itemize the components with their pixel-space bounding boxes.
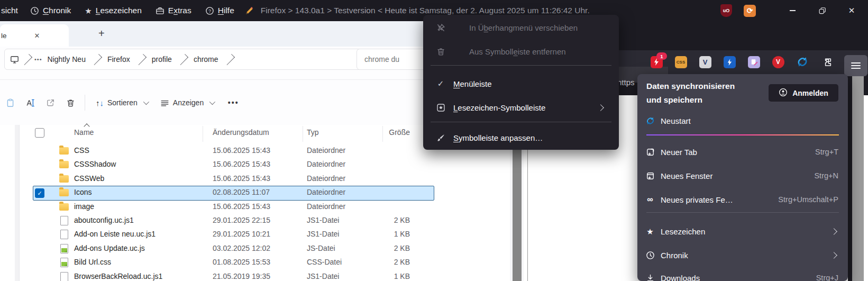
app-menu-item-chronik[interactable]: Chronik [637,246,848,265]
app-menu-item-label: Downloads [661,274,700,281]
table-row[interactable]: ✓Icons02.08.2025 11:07Dateiordner [0,186,527,200]
column-header-name[interactable]: Name [74,128,94,137]
tab-close-icon[interactable]: ✕ [34,32,40,40]
context-menu-item[interactable]: Lesezeichen-Symbolleiste [423,97,619,118]
menubar-item-extras[interactable]: Extras [149,0,198,21]
menubar-item-hilfe[interactable]: ?Hilfe [198,0,241,21]
ublock-shield-icon[interactable]: uO [720,4,732,17]
view-button[interactable]: Anzeigen [154,98,220,107]
menu-hamburger-icon[interactable] [844,55,867,69]
file-type: Dateiordner [307,188,345,196]
sync-arrows-icon[interactable] [796,55,809,69]
table-row[interactable]: Add-on Leiste neu.uc.js129.01.2025 10:21… [0,228,527,241]
sort-button[interactable]: ↑↓Sortieren [89,98,154,107]
file-date: 02.08.2025 11:07 [213,188,270,196]
clock-icon [30,6,39,15]
page-edge-strip [864,95,868,281]
breadcrumb-item[interactable]: profile [149,55,175,64]
star-icon: ★ [644,228,656,235]
app-menu-item-downloads[interactable]: DownloadsStrg+J [637,268,848,281]
breadcrumb-item[interactable]: Nightly Neu [44,55,89,64]
purple-edit-addon-icon[interactable] [747,55,761,69]
rename-button[interactable] [20,94,40,112]
paste-button[interactable] [0,94,20,112]
firefox-app-menu: Daten synchronisieren und speichern Anme… [637,74,848,281]
file-date: 03.02.2025 12:02 [213,244,270,252]
breadcrumb-chevron-icon [135,53,147,65]
red-v-addon-icon[interactable]: V [771,55,785,69]
badge: 1 [656,52,667,60]
red-lightning-addon-icon[interactable]: 1 [650,55,663,69]
table-row[interactable]: BrowserBackReload.uc.js121.05.2019 19:35… [0,270,527,281]
url-text-fragment: https [617,78,635,87]
titlebar-status-text: Firefox > 143.0a1 > Testversion < Heute … [261,6,590,15]
script-file-icon [59,258,69,266]
file-name: CSS [74,146,89,155]
person-icon [779,88,788,98]
context-menu-item-label: In Überhangmenü verschieben [469,23,578,32]
app-menu-item-lesezeichen[interactable]: ★Lesezeichen [637,222,848,241]
file-size: 1 KB [365,272,410,280]
app-menu-item-neues-fenster[interactable]: Neues FensterStrg+N [637,166,848,185]
context-menu-item[interactable]: ✓Menüleiste [423,73,619,94]
file-date: 15.06.2025 15:43 [213,202,270,211]
extensions-puzzle-icon[interactable] [820,55,834,69]
share-button[interactable] [40,94,60,112]
restore-button[interactable] [813,3,831,19]
select-all-checkbox[interactable] [35,128,44,138]
breadcrumb-item[interactable]: Firefox [104,55,133,64]
breadcrumb-overflow-button[interactable]: ••• [34,56,42,62]
breadcrumb-chevron-icon [177,53,188,65]
close-button[interactable]: ✕ [843,3,861,19]
sign-in-button[interactable]: Anmelden [769,84,838,102]
v-gray-addon-icon[interactable]: V [698,55,712,69]
table-row[interactable]: Add-ons Update.uc.js03.02.2025 12:02JS-D… [0,242,527,256]
app-menu-item-label: Neues privates Fe… [661,195,733,204]
file-size: 2 KB [365,258,410,266]
explorer-tab[interactable]: le ✕ [0,24,69,47]
file-name: CSSShadow [74,160,116,168]
delete-button[interactable] [60,94,80,112]
app-menu-item-neues-privates-fe-[interactable]: ∞Neues privates Fe…Strg+Umschalt+P [637,190,848,209]
table-row[interactable]: aboutconfig.uc.js129.01.2025 22:15JS1-Da… [0,214,527,228]
sync-orange-icon[interactable]: ⟳ [744,5,756,17]
sync-header: Daten synchronisieren und speichern [646,79,744,107]
file-list-scrollbar-thumb[interactable] [513,148,522,281]
search-input[interactable] [363,55,429,64]
app-menu-item-neustart[interactable]: Neustart [637,111,848,130]
page-scrollbar[interactable] [852,69,864,281]
menu-separator [431,65,611,66]
explorer-new-tab-button[interactable]: + [98,28,105,40]
menubar-item-chronik[interactable]: Chronik [23,0,78,21]
table-row[interactable]: CSSWeb15.06.2025 15:43Dateiordner [0,172,527,186]
css-addon-icon[interactable]: CSS [674,55,688,69]
help-icon: ? [205,6,214,15]
minimize-button[interactable] [783,3,801,19]
blue-lightning-addon-icon[interactable] [723,55,736,69]
menubar-item-ansicht-partial[interactable]: sicht [0,6,23,15]
file-type: CSS-Datei [307,258,342,266]
sync-header-line2: und speichern [646,93,744,107]
menubar-item-lesezeichen[interactable]: ★Lesezeichen [78,0,149,21]
app-menu-item-label: Chronik [661,251,688,260]
table-row[interactable]: Bild Url.css01.08.2025 15:53CSS-Datei2 K… [0,256,527,269]
submenu-chevron-icon [597,104,604,111]
trash-icon [435,47,446,56]
app-menu-item-label: Neues Fenster [661,171,712,180]
more-options-button[interactable]: ••• [223,94,243,112]
screenshot-stage: https 1CSSVV sicht Chronik★LesezeichenEx… [0,0,868,281]
sync-header-line1: Daten synchronisieren [646,79,744,93]
app-menu-item-neuer-tab[interactable]: Neuer TabStrg+T [637,142,848,161]
column-header-date[interactable]: Änderungsdatum [213,128,269,137]
breadcrumb-chevron-icon [223,53,234,65]
breadcrumb: •••Nightly NeuFirefoxprofilechrome [4,49,362,70]
download-icon [644,274,656,281]
table-row[interactable]: CSSShadow15.06.2025 15:43Dateiordner [0,158,527,171]
context-menu-item[interactable]: Symbolleiste anpassen… [423,127,619,148]
toolbar-context-menu: In Überhangmenü verschiebenAus Symbollei… [423,15,619,150]
column-header-type[interactable]: Typ [307,128,319,137]
breadcrumb-item[interactable]: chrome [190,55,222,64]
row-checkbox[interactable]: ✓ [35,188,44,198]
column-header-size[interactable]: Größe [389,128,410,137]
table-row[interactable]: image15.06.2025 15:43Dateiordner [0,200,527,214]
